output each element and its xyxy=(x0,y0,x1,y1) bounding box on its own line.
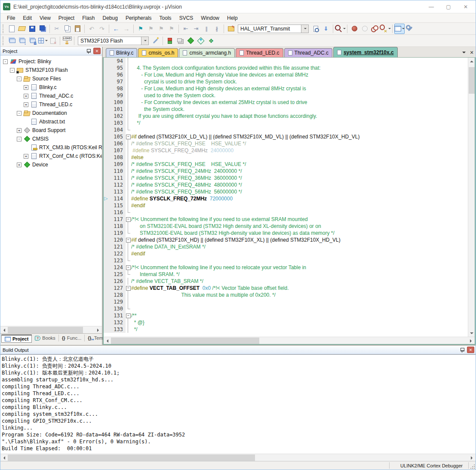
scroll-thumb[interactable] xyxy=(469,67,475,94)
scroll-thumb[interactable] xyxy=(111,338,259,344)
open-file-icon[interactable] xyxy=(17,24,27,34)
search-combo[interactable]: HAL_UART_Transmit xyxy=(238,25,309,33)
tree-expander-icon[interactable]: - xyxy=(17,77,21,81)
maximize-button[interactable]: ▢ xyxy=(441,2,456,12)
tree-item-abstract-txt[interactable]: Abstract.txt xyxy=(0,117,102,126)
scroll-left-icon[interactable] xyxy=(0,454,8,461)
disable-breakpoint-icon[interactable] xyxy=(359,24,370,34)
file-extensions-icon[interactable] xyxy=(196,36,206,46)
search-combo-value[interactable]: HAL_UART_Transmit xyxy=(238,25,301,33)
window-layout-icon[interactable] xyxy=(394,24,405,34)
tree-expander-icon[interactable]: - xyxy=(17,111,21,116)
tree-expander-icon[interactable]: + xyxy=(17,128,21,133)
manage-project-items-icon[interactable] xyxy=(175,36,185,46)
menu-file[interactable]: File xyxy=(3,13,19,23)
panel-tab-books[interactable]: Books xyxy=(32,335,59,341)
redo-icon[interactable] xyxy=(97,24,107,34)
indent-icon[interactable] xyxy=(191,24,201,34)
rte-diamond-icon[interactable] xyxy=(185,36,196,46)
target-select-value[interactable]: STM32F103 Flash xyxy=(78,37,141,45)
menu-tools[interactable]: Tools xyxy=(156,13,175,23)
incremental-find-icon[interactable] xyxy=(321,24,331,34)
scroll-thumb[interactable] xyxy=(8,455,255,461)
tree-item-thread-led-c[interactable]: +Thread_LED.c xyxy=(0,100,102,109)
undo-icon[interactable] xyxy=(86,24,97,34)
close-button[interactable]: ✕ xyxy=(458,2,473,12)
copy-icon[interactable] xyxy=(62,24,72,34)
tree-item-blinky-c[interactable]: +Blinky.c xyxy=(0,83,102,92)
tab-cmsis-armclang-h[interactable]: cmsis_armclang.h xyxy=(179,48,235,57)
configure-tools-icon[interactable] xyxy=(405,24,415,34)
navigate-back-icon[interactable] xyxy=(111,24,121,34)
menu-flash[interactable]: Flash xyxy=(78,13,98,23)
target-select[interactable]: STM32F103 Flash xyxy=(78,37,149,45)
batch-build-icon[interactable] xyxy=(37,36,48,46)
menu-view[interactable]: View xyxy=(36,13,55,23)
toolbar-grip[interactable] xyxy=(3,37,5,45)
tab-system-stm32f10x-c[interactable]: system_stm32f10x.c xyxy=(333,47,398,57)
scroll-right-icon[interactable] xyxy=(95,326,102,334)
cut-icon[interactable] xyxy=(52,24,62,34)
tree-item-stm32f103-flash[interactable]: -STM32F103 Flash xyxy=(0,66,102,74)
tab-cmsis-os-h[interactable]: cmsis_os.h xyxy=(138,48,178,57)
tab-thread-adc-c[interactable]: Thread_ADC.c xyxy=(284,48,332,57)
menu-edit[interactable]: Edit xyxy=(19,13,36,23)
new-file-icon[interactable] xyxy=(6,24,17,34)
menu-help[interactable]: Help xyxy=(223,13,242,23)
fold-collapse-icon[interactable] xyxy=(126,237,131,243)
disable-all-breakpoints-icon[interactable] xyxy=(370,24,380,34)
unindent-icon[interactable] xyxy=(181,24,191,34)
tab-list-dropdown-icon[interactable] xyxy=(460,49,468,56)
scroll-left-icon[interactable] xyxy=(104,337,111,344)
bookmark-prev-icon[interactable] xyxy=(146,24,156,34)
scroll-left-icon[interactable] xyxy=(0,326,8,334)
tree-item-thread-adc-c[interactable]: +Thread_ADC.c xyxy=(0,92,102,100)
project-horizontal-scrollbar[interactable] xyxy=(0,326,102,333)
scroll-thumb[interactable] xyxy=(8,327,83,333)
minimize-button[interactable]: — xyxy=(424,2,439,12)
tree-item-board-support[interactable]: +Board Support xyxy=(0,126,102,135)
uncomment-selection-icon[interactable] xyxy=(212,24,222,34)
navigate-forward-icon[interactable] xyxy=(121,24,132,34)
target-select-dropdown-icon[interactable] xyxy=(141,37,149,45)
resize-grip[interactable] xyxy=(470,464,475,469)
scroll-right-icon[interactable] xyxy=(468,454,476,461)
fold-collapse-icon[interactable] xyxy=(126,285,131,292)
download-icon[interactable]: LOAD xyxy=(62,36,72,46)
tree-item-rtx-cm3-lib-rtos-keil-rt[interactable]: RTX_CM3.lib (RTOS:Keil RT xyxy=(0,143,102,152)
save-icon[interactable] xyxy=(27,24,37,34)
menu-svcs[interactable]: SVCS xyxy=(175,13,197,23)
fold-collapse-icon[interactable] xyxy=(126,216,131,223)
pin-icon[interactable] xyxy=(459,347,465,353)
pack-installer-icon[interactable] xyxy=(206,36,216,46)
editor-horizontal-scrollbar[interactable] xyxy=(104,337,475,344)
panel-tab-func[interactable]: {}Func... xyxy=(59,335,85,341)
tree-expander-icon[interactable]: - xyxy=(3,59,8,64)
menu-peripherals[interactable]: Peripherals xyxy=(122,13,156,23)
comment-selection-icon[interactable] xyxy=(201,24,212,34)
tree-item-project-blinky[interactable]: -Project: Blinky xyxy=(0,57,102,66)
build-output-log[interactable]: Blinky.c(1): 负责人：北京亿道电子Blinky.c(1): 负责时间… xyxy=(0,354,476,454)
menu-debug[interactable]: Debug xyxy=(99,13,122,23)
toolbar-grip[interactable] xyxy=(3,25,5,33)
stop-build-icon[interactable] xyxy=(48,36,58,46)
find-reference-icon[interactable] xyxy=(335,24,345,34)
fold-collapse-icon[interactable] xyxy=(126,312,131,319)
options-for-target-icon[interactable] xyxy=(150,36,161,46)
kill-all-breakpoints-icon[interactable] xyxy=(380,24,390,34)
rebuild-all-icon[interactable] xyxy=(27,36,37,46)
find-in-files-icon[interactable] xyxy=(226,24,236,34)
project-panel-close-icon[interactable] xyxy=(93,48,101,54)
insert-breakpoint-icon[interactable] xyxy=(349,24,359,34)
tab-blinky-c[interactable]: Blinky.c xyxy=(106,48,137,57)
panel-tab-project[interactable]: Project xyxy=(1,335,32,343)
translate-file-icon[interactable] xyxy=(6,36,17,46)
bookmark-next-icon[interactable] xyxy=(156,24,166,34)
tree-expander-icon[interactable]: - xyxy=(17,137,21,141)
bookmark-toggle-icon[interactable] xyxy=(135,24,146,34)
tree-expander-icon[interactable]: + xyxy=(17,163,21,167)
build-output-close-icon[interactable] xyxy=(467,347,474,353)
tree-item-source-files[interactable]: -Source Files xyxy=(0,74,102,83)
code-editor[interactable]: 9495 4. The System clock configuration f… xyxy=(104,58,468,337)
tree-item-documentation[interactable]: -Documentation xyxy=(0,109,102,117)
